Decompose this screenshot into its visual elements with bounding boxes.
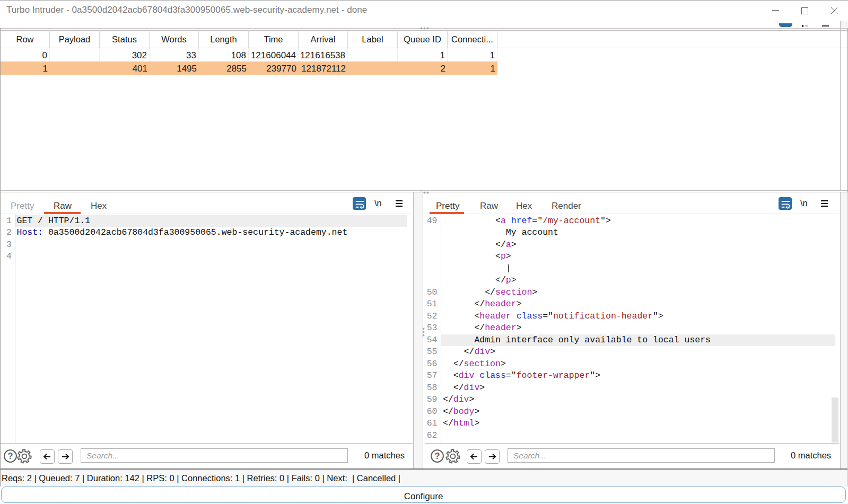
svg-text:?: ?	[434, 451, 440, 461]
svg-text:?: ?	[7, 451, 13, 461]
